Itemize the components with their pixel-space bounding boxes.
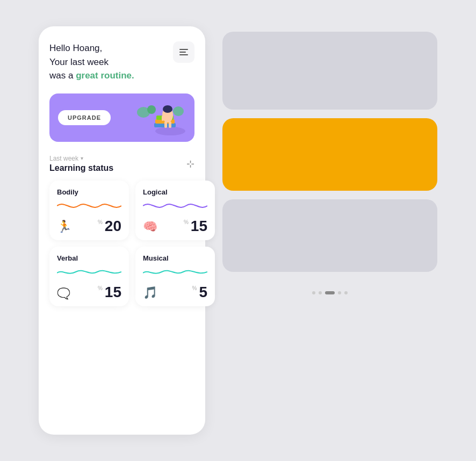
stat-label-verbal: Verbal [57,254,121,262]
verbal-icon: 🗨️ [57,287,70,300]
stat-label-bodily: Bodily [57,188,121,196]
menu-button[interactable] [173,41,194,63]
stat-bottom-bodily: 🏃 % 20 [57,219,121,234]
musical-value: 5 [199,285,207,300]
stat-label-musical: Musical [143,254,207,262]
header-row: Hello Hoang, Your last week was a great … [49,41,194,83]
placeholder-card-top [222,32,437,110]
stat-bottom-verbal: 🗨️ % 15 [57,285,121,300]
svg-point-7 [147,105,156,114]
svg-point-0 [155,127,185,135]
wave-bodily [57,200,121,211]
wave-verbal [57,266,121,277]
pagination-dots [222,291,437,294]
stat-card-bodily: Bodily 🏃 % 20 [49,181,129,240]
placeholder-card-bottom [222,199,437,272]
musical-icon: 🎵 [143,286,157,300]
section-title: Learning status [49,163,113,173]
phone-card: Hello Hoang, Your last week was a great … [39,26,205,435]
verbal-value: 15 [105,285,121,300]
svg-rect-11 [162,116,164,121]
section-header: Last week ▾ Learning status ⊹ [49,155,194,173]
svg-point-5 [163,105,172,113]
musical-percent-symbol: % [192,286,197,291]
stat-card-musical: Musical 🎵 % 5 [135,247,215,306]
svg-point-8 [173,106,184,116]
right-section [222,26,437,294]
bodily-icon: 🏃 [57,220,71,234]
banner-illustration [119,93,189,142]
bodily-value: 20 [105,219,121,234]
upgrade-button[interactable]: UPGRADE [58,110,111,125]
svg-rect-10 [169,121,171,128]
bodily-percent-symbol: % [98,220,103,225]
greeting-prefix: was a [49,70,76,81]
stat-card-logical: Logical 🧠 % 15 [135,181,215,240]
logical-value: 15 [191,219,207,234]
placeholder-card-middle [222,118,437,191]
chevron-down-icon: ▾ [81,155,83,161]
stat-bottom-musical: 🎵 % 5 [143,285,207,300]
stat-label-logical: Logical [143,188,207,196]
logical-percent-symbol: % [184,220,189,225]
stats-grid: Bodily 🏃 % 20 Logical 🧠 % [49,181,194,306]
pagination-dot-2 [319,291,322,294]
logical-icon: 🧠 [143,220,157,234]
upgrade-banner: UPGRADE [49,93,194,142]
pagination-dot-1 [312,291,315,294]
main-container: Hello Hoang, Your last week was a great … [28,16,448,445]
wave-logical [143,200,207,211]
greeting-highlight: great routine. [76,70,134,81]
greeting-text: Hello Hoang, Your last week was a great … [49,41,134,83]
pagination-dot-4 [338,291,341,294]
menu-icon [179,49,188,55]
stat-card-verbal: Verbal 🗨️ % 15 [49,247,129,306]
pagination-dot-3-active [325,291,335,294]
section-left: Last week ▾ Learning status [49,155,113,173]
pagination-dot-5 [344,291,348,294]
filter-button[interactable]: ⊹ [186,158,194,170]
stat-bottom-logical: 🧠 % 15 [143,219,207,234]
filter-icon: ⊹ [186,159,194,169]
svg-rect-9 [164,121,167,128]
greeting-line2: Your last week [49,57,109,67]
wave-musical [143,266,207,277]
verbal-percent-symbol: % [98,286,103,291]
period-label: Last week ▾ [49,155,113,162]
greeting-line1: Hello Hoang, [49,43,102,53]
